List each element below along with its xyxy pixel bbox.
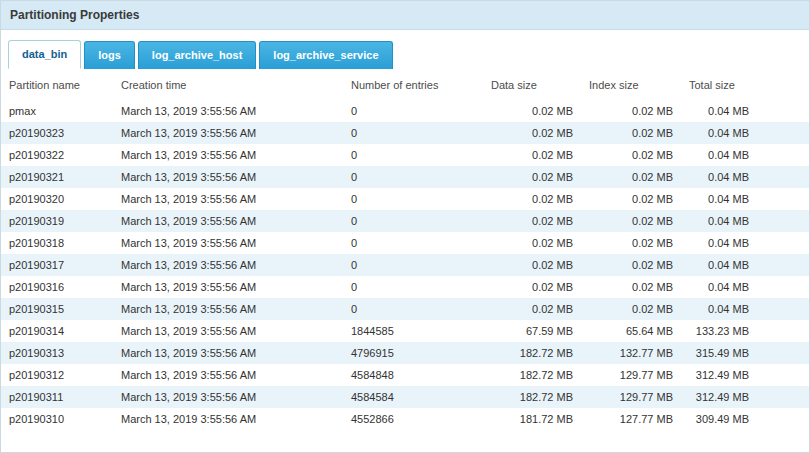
partitions-table: Partition nameCreation timeNumber of ent… [1, 69, 810, 430]
partitioning-properties-window: Partitioning Properties data_binlogslog_… [0, 0, 810, 453]
cell: p20190310 [1, 408, 113, 430]
cell: March 13, 2019 3:55:56 AM [113, 342, 343, 364]
cell: March 13, 2019 3:55:56 AM [113, 144, 343, 166]
cell: 4796915 [343, 342, 483, 364]
column-header-total-size: Total size [681, 69, 810, 100]
cell: p20190318 [1, 232, 113, 254]
cell: March 13, 2019 3:55:56 AM [113, 298, 343, 320]
column-header-partition-name: Partition name [1, 69, 113, 100]
table-header-row: Partition nameCreation timeNumber of ent… [1, 69, 810, 100]
cell: 0.02 MB [483, 188, 581, 210]
table-body: pmaxMarch 13, 2019 3:55:56 AM00.02 MB0.0… [1, 100, 810, 430]
cell: pmax [1, 100, 113, 122]
window-title: Partitioning Properties [1, 1, 809, 30]
cell: 0.02 MB [483, 298, 581, 320]
cell: 0.02 MB [483, 254, 581, 276]
cell: March 13, 2019 3:55:56 AM [113, 254, 343, 276]
cell: 309.49 MB [681, 408, 810, 430]
cell: 0.04 MB [681, 298, 810, 320]
cell: 0.04 MB [681, 100, 810, 122]
cell: 0.04 MB [681, 188, 810, 210]
cell: p20190322 [1, 144, 113, 166]
cell: 133.23 MB [681, 320, 810, 342]
cell: 0.02 MB [581, 298, 681, 320]
table-row: p20190321March 13, 2019 3:55:56 AM00.02 … [1, 166, 810, 188]
cell: 0 [343, 232, 483, 254]
table-row: p20190316March 13, 2019 3:55:56 AM00.02 … [1, 276, 810, 298]
table-row: p20190315March 13, 2019 3:55:56 AM00.02 … [1, 298, 810, 320]
tab-logs[interactable]: logs [84, 41, 135, 69]
cell: March 13, 2019 3:55:56 AM [113, 232, 343, 254]
cell: 0 [343, 254, 483, 276]
cell: 132.77 MB [581, 342, 681, 364]
cell: March 13, 2019 3:55:56 AM [113, 386, 343, 408]
cell: 1844585 [343, 320, 483, 342]
cell: 0.02 MB [581, 144, 681, 166]
cell: 0.02 MB [483, 100, 581, 122]
cell: 0.04 MB [681, 210, 810, 232]
cell: p20190315 [1, 298, 113, 320]
table-row: p20190313March 13, 2019 3:55:56 AM479691… [1, 342, 810, 364]
cell: March 13, 2019 3:55:56 AM [113, 320, 343, 342]
cell: 0.02 MB [581, 254, 681, 276]
cell: 127.77 MB [581, 408, 681, 430]
cell: 0.02 MB [483, 144, 581, 166]
cell: 129.77 MB [581, 386, 681, 408]
cell: 0 [343, 210, 483, 232]
column-header-index-size: Index size [581, 69, 681, 100]
cell: p20190320 [1, 188, 113, 210]
cell: 182.72 MB [483, 364, 581, 386]
cell: 181.72 MB [483, 408, 581, 430]
cell: 0.04 MB [681, 122, 810, 144]
cell: 65.64 MB [581, 320, 681, 342]
cell: March 13, 2019 3:55:56 AM [113, 122, 343, 144]
cell: 0.02 MB [581, 232, 681, 254]
table-row: p20190314March 13, 2019 3:55:56 AM184458… [1, 320, 810, 342]
table-row: p20190322March 13, 2019 3:55:56 AM00.02 … [1, 144, 810, 166]
cell: 0 [343, 100, 483, 122]
cell: 0.04 MB [681, 144, 810, 166]
table-row: p20190312March 13, 2019 3:55:56 AM458484… [1, 364, 810, 386]
cell: March 13, 2019 3:55:56 AM [113, 276, 343, 298]
cell: 4584584 [343, 386, 483, 408]
table-row: p20190320March 13, 2019 3:55:56 AM00.02 … [1, 188, 810, 210]
cell: 0.02 MB [483, 276, 581, 298]
cell: 0 [343, 276, 483, 298]
cell: p20190317 [1, 254, 113, 276]
cell: p20190313 [1, 342, 113, 364]
cell: 67.59 MB [483, 320, 581, 342]
cell: 4584848 [343, 364, 483, 386]
tab-log_archive_service[interactable]: log_archive_service [259, 41, 392, 69]
cell: p20190319 [1, 210, 113, 232]
cell: 0 [343, 188, 483, 210]
cell: 0.02 MB [483, 122, 581, 144]
cell: March 13, 2019 3:55:56 AM [113, 188, 343, 210]
cell: 182.72 MB [483, 386, 581, 408]
cell: 0 [343, 122, 483, 144]
table-row: pmaxMarch 13, 2019 3:55:56 AM00.02 MB0.0… [1, 100, 810, 122]
cell: p20190311 [1, 386, 113, 408]
cell: 0.04 MB [681, 232, 810, 254]
tab-strip: data_binlogslog_archive_hostlog_archive_… [1, 30, 809, 69]
cell: p20190312 [1, 364, 113, 386]
table-row: p20190323March 13, 2019 3:55:56 AM00.02 … [1, 122, 810, 144]
column-header-creation-time: Creation time [113, 69, 343, 100]
cell: 0.04 MB [681, 254, 810, 276]
cell: p20190323 [1, 122, 113, 144]
cell: 0.02 MB [483, 232, 581, 254]
cell: 312.49 MB [681, 364, 810, 386]
cell: 0.02 MB [483, 166, 581, 188]
cell: 0.02 MB [581, 210, 681, 232]
table-row: p20190318March 13, 2019 3:55:56 AM00.02 … [1, 232, 810, 254]
tab-data_bin[interactable]: data_bin [8, 40, 81, 69]
table-row: p20190319March 13, 2019 3:55:56 AM00.02 … [1, 210, 810, 232]
column-header-number-of-entries: Number of entries [343, 69, 483, 100]
tab-log_archive_host[interactable]: log_archive_host [138, 41, 256, 69]
table-row: p20190311March 13, 2019 3:55:56 AM458458… [1, 386, 810, 408]
cell: 129.77 MB [581, 364, 681, 386]
cell: 0.02 MB [483, 210, 581, 232]
cell: 0.02 MB [581, 100, 681, 122]
cell: 0.04 MB [681, 276, 810, 298]
cell: 0 [343, 298, 483, 320]
table-row: p20190317March 13, 2019 3:55:56 AM00.02 … [1, 254, 810, 276]
